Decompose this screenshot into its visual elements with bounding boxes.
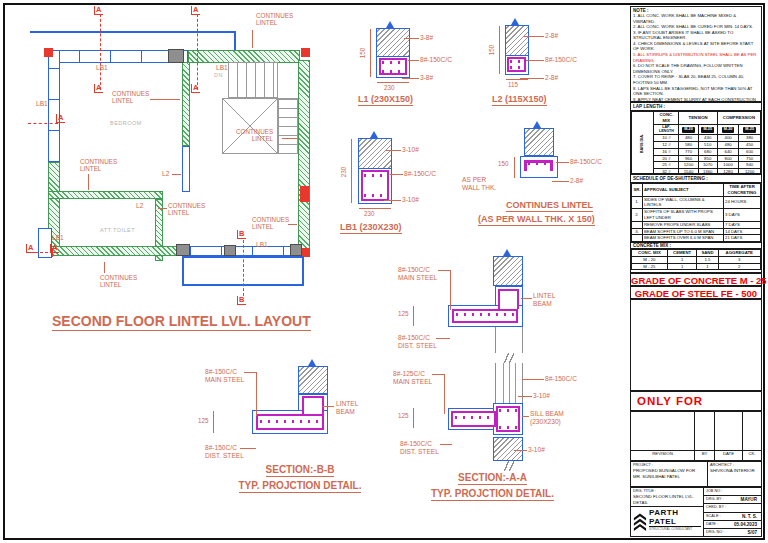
wall [234,31,236,52]
leader [384,200,401,201]
wall-hatched [182,62,190,146]
revision-cell [631,412,695,450]
leader [158,208,167,209]
wall [30,31,236,33]
dim-text: 150 [498,160,509,167]
dim-text: 230 [384,84,395,91]
plan-label-continues-lintel: CONTINUES LINTEL [168,202,205,216]
revision-cell [715,412,743,450]
rebar-row [528,162,549,165]
slab-core [451,411,496,427]
section-line-a [197,14,198,90]
field-job-no: JOB NO : [704,488,761,496]
wall-hatch [358,138,392,169]
rebar-row [510,60,523,63]
stirrup-label: 8#-150C/C [545,375,577,383]
wall [182,146,190,192]
leader [244,372,256,373]
revision-header: BY [695,451,715,461]
revision-cell [695,412,715,450]
project-name: PROPOSED BUNGALOW FOR MR. SUNILBHAI PATE… [633,468,705,479]
chevron-logo-icon [633,513,647,535]
note-line: 3. IF ANY DOUBT ARISES IT SHALL BE ASKED… [633,30,759,41]
plan-label-continues-lintel: CONTINUES LINTEL [252,216,289,230]
dist-steel-label: 8#-150C/C DIST. STEEL [205,444,244,459]
titleblock: DRG. TITLE : SECOND FLOOR LINTEL LVL. DE… [630,487,762,537]
wall [190,246,294,256]
leader [450,270,451,310]
wall [48,50,188,63]
dim-line [413,306,414,326]
revision-cell [743,412,761,450]
leader [552,181,569,182]
column [168,49,184,63]
dim-line [213,411,214,433]
wall-hatch [298,366,328,394]
detail-caption: L2 (115X150) [492,94,547,106]
dim-text: 125 [398,412,409,419]
wall-hatched [48,246,178,256]
field-date: DATE :05.04.2023 [704,521,761,529]
lap-length-table: BARS DIA. CONC. MIX TENSION COMPRESSION … [631,111,761,176]
field-scale: SCALE :N. T. S. [704,513,761,521]
section-subtitle: TYP. PROJCTION DETAIL. [210,480,390,491]
leader [150,99,180,100]
plan-label-l2: L2 [136,202,143,210]
section-marker-a: A [94,6,103,15]
leader [514,450,527,451]
rebar-row [260,420,320,423]
rebar-row [499,426,517,429]
rebar-label: 2-8# [570,177,583,185]
arrow-up-icon [533,121,541,128]
section-title: SECTION:-B-B [210,464,390,475]
dim-text: 125 [398,310,409,317]
leader [524,36,544,37]
note-line: 5. ALL STIRRUPS & DISTRIBUTION STEEL SHA… [633,52,759,63]
leader [322,406,334,407]
note-line: 8. LAPS SHALL BE STAGGERED, NOT MORE THA… [633,86,759,97]
wall-hatch [524,128,554,156]
plan-label-continues-lintel: CONTINUES LINTEL [236,128,273,142]
section-marker-a: A [50,244,59,253]
dim-line [413,408,414,428]
dim-line [499,26,500,74]
starter-bar [515,363,516,405]
detail-caption: LB1 (230X230) [340,222,402,234]
dist-steel-label: 8#-150C/C DIST. STEEL [400,440,439,455]
plan-label-continues-lintel: CONTINUES LINTEL [256,12,293,26]
dim-line [506,79,528,80]
drg-title-cell: DRG. TITLE : SECOND FLOOR LINTEL LVL. DE… [631,488,703,507]
leader [518,396,532,397]
detail-caption: (AS PER WALL THK. X 150) [478,214,595,226]
section-marker-b: B [237,230,246,239]
field-drg-no: DRG. NO :S/07 [704,529,761,536]
arrow-up-icon [503,249,511,256]
plan-title: SECOND FLOOR LINTEL LVL. LAYOUT [52,313,311,331]
rebar-label: 3-10# [402,196,419,204]
bars-label: 3-10# [533,392,550,400]
wall-hatched [298,60,310,256]
rebar-row [364,194,386,197]
rebar-label: 8#-150C/C [420,56,452,64]
section-marker-a: A [191,6,200,15]
wall-hatch [493,437,523,461]
rebar-label: 8#-150C/C [570,158,602,166]
stair-dn-label: DN [214,72,223,78]
column [300,186,309,202]
company-fineprint: · · · · · · · · [649,535,701,539]
leader [252,30,253,48]
concrete-mix-table: CONC. MIXCEMENTSANDAGGREGATE M - 2011.53… [631,249,761,270]
leader [440,444,452,445]
beam-core [302,396,324,416]
leader [386,150,401,151]
plan-label-lb1: LB1 [256,241,268,249]
column-corner [301,48,310,57]
dim-line [370,29,371,77]
note-line: 6. DO NOT SCALE THE DRAWING, FOLLOW WRIT… [633,63,759,74]
leader [408,60,419,61]
stair-treads [278,98,298,154]
bars-label: 3-10# [528,446,545,454]
field-drg-by: DRG. BY :MAYUR [704,496,761,504]
leader [172,174,181,175]
arrow-up-icon [370,131,378,138]
